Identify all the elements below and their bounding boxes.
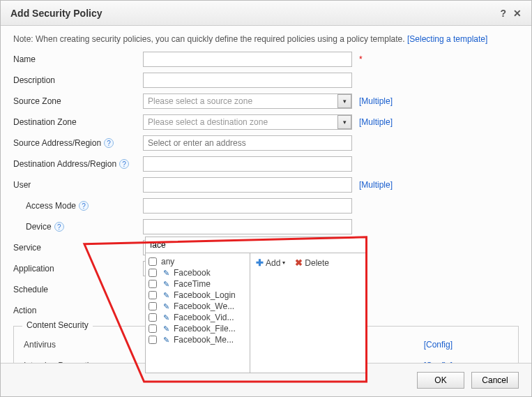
label-schedule: Schedule [13, 285, 48, 294]
app-icon: ✎ [161, 301, 171, 311]
app-icon: ✎ [161, 279, 171, 289]
src-zone-placeholder: Please select a source zone [148, 96, 252, 106]
plus-icon: ✚ [256, 257, 264, 268]
app-filter-row [146, 237, 366, 253]
label-action: Action [13, 306, 36, 315]
app-filter-input[interactable] [146, 237, 366, 253]
dialog-title: Add Security Policy [10, 8, 102, 19]
app-item[interactable]: ✎ Facebook_We... [147, 301, 248, 312]
app-item-checkbox[interactable] [149, 324, 157, 333]
dst-addr-input[interactable] [143, 156, 352, 172]
app-item-checkbox[interactable] [149, 280, 157, 288]
src-zone-multiple-link[interactable]: [Multiple] [359, 96, 393, 106]
cs-label-antivirus: Antivirus [24, 340, 142, 350]
delete-icon: ✖ [295, 257, 303, 268]
app-item-label: Facebook_Login [174, 290, 236, 300]
label-device: Device [26, 222, 52, 232]
template-link[interactable]: [Selecting a template] [407, 34, 487, 44]
app-item-label: Facebook_We... [174, 301, 234, 311]
add-label: Add [266, 258, 280, 268]
app-icon: ✎ [161, 268, 171, 278]
app-item-checkbox[interactable] [149, 313, 157, 322]
app-item-checkbox[interactable] [149, 269, 157, 277]
chevron-down-icon[interactable]: ▾ [337, 115, 351, 129]
app-item-label: Facebook_File... [174, 324, 236, 334]
app-item-label: Facebook [174, 268, 211, 278]
label-service: Service [13, 243, 41, 253]
dst-zone-select[interactable]: Please select a destination zone ▾ [143, 114, 352, 130]
help-icon[interactable]: ? [54, 222, 64, 232]
titlebar: Add Security Policy ? ✕ [1, 1, 531, 26]
row-src-zone: Source Zone Please select a source zone … [13, 93, 519, 110]
src-addr-input[interactable] [143, 135, 352, 151]
app-item[interactable]: ✎ Facebook_Me... [147, 334, 248, 345]
app-icon: ✎ [161, 290, 171, 300]
user-input[interactable] [143, 177, 352, 193]
app-item[interactable]: ✎ Facebook_File... [147, 323, 248, 334]
chevron-down-icon[interactable]: ▾ [337, 94, 351, 108]
app-item[interactable]: ✎ Facebook [147, 267, 248, 278]
app-item[interactable]: any [147, 256, 248, 267]
description-input[interactable] [143, 73, 352, 88]
dialog: Add Security Policy ? ✕ Note: When creat… [0, 0, 532, 397]
label-dst-zone: Destination Zone [13, 117, 77, 127]
device-input[interactable] [143, 219, 352, 234]
chevron-down-icon: ▾ [282, 260, 285, 266]
app-toolbar: ✚ Add ▾ ✖ Delete [250, 253, 366, 272]
delete-button[interactable]: ✖ Delete [295, 257, 329, 268]
antivirus-config-link[interactable]: [Config] [424, 340, 508, 350]
access-mode-input[interactable] [143, 198, 352, 214]
app-item-checkbox[interactable] [149, 336, 157, 344]
row-src-addr: Source Address/Region ? [13, 135, 519, 151]
help-icon[interactable]: ? [119, 159, 129, 169]
application-dropdown: any ✎ Facebook ✎ FaceTime ✎ Facebook_Log… [145, 237, 367, 373]
row-name: Name * [13, 51, 519, 68]
delete-label: Delete [305, 258, 329, 268]
label-access-mode: Access Mode [26, 201, 76, 211]
ok-button[interactable]: OK [417, 372, 464, 389]
app-item-label: Facebook_Vid... [174, 313, 234, 322]
app-item-label: Facebook_Me... [174, 335, 234, 345]
help-icon[interactable]: ? [79, 201, 89, 211]
row-device: Device ? [13, 218, 519, 235]
app-item[interactable]: ✎ FaceTime [147, 278, 248, 290]
name-input[interactable] [143, 52, 352, 67]
label-name: Name [13, 54, 36, 64]
cancel-button[interactable]: Cancel [471, 372, 519, 389]
app-selected-panel: ✚ Add ▾ ✖ Delete [250, 253, 366, 373]
close-icon[interactable]: ✕ [513, 8, 522, 19]
app-icon: ✎ [161, 335, 171, 345]
dst-zone-multiple-link[interactable]: [Multiple] [359, 117, 393, 127]
content-security-legend: Content Security [22, 320, 93, 330]
label-application: Application [13, 264, 54, 274]
app-item-label: any [161, 257, 174, 267]
label-user: User [13, 180, 31, 190]
app-item-checkbox[interactable] [149, 291, 157, 299]
user-multiple-link[interactable]: [Multiple] [359, 180, 393, 190]
row-dst-addr: Destination Address/Region ? [13, 156, 519, 172]
app-icon: ✎ [161, 324, 171, 334]
label-description: Description [13, 75, 55, 85]
help-icon[interactable]: ? [500, 8, 506, 19]
row-dst-zone: Destination Zone Please select a destina… [13, 114, 519, 130]
label-src-addr: Source Address/Region [13, 138, 101, 148]
help-icon[interactable]: ? [104, 138, 114, 148]
app-icon: ✎ [161, 313, 171, 322]
app-item-checkbox[interactable] [149, 257, 157, 266]
app-item-checkbox[interactable] [149, 302, 157, 310]
row-user: User [Multiple] [13, 177, 519, 193]
src-zone-select[interactable]: Please select a source zone ▾ [143, 93, 352, 109]
label-dst-addr: Destination Address/Region [13, 159, 116, 169]
row-description: Description [13, 72, 519, 89]
note-row: Note: When creating security policies, y… [13, 34, 519, 44]
dst-zone-placeholder: Please select a destination zone [148, 117, 268, 127]
add-button[interactable]: ✚ Add ▾ [256, 257, 285, 268]
app-item-label: FaceTime [174, 279, 211, 289]
app-item[interactable]: ✎ Facebook_Login [147, 290, 248, 301]
note-text: Note: When creating security policies, y… [13, 34, 407, 44]
app-list[interactable]: any ✎ Facebook ✎ FaceTime ✎ Facebook_Log… [146, 253, 250, 373]
required-star: * [359, 54, 363, 64]
label-src-zone: Source Zone [13, 96, 61, 106]
row-access-mode: Access Mode ? [13, 197, 519, 214]
app-item[interactable]: ✎ Facebook_Vid... [147, 312, 248, 323]
